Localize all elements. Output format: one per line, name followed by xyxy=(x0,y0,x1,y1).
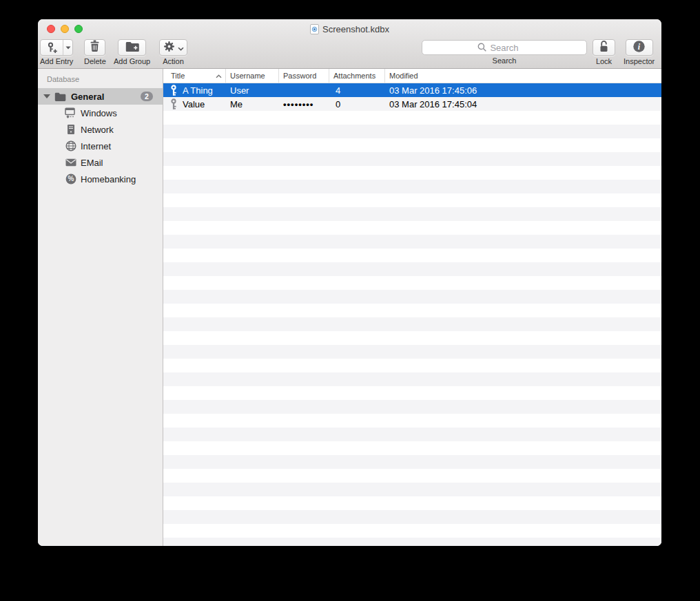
lock-button[interactable] xyxy=(593,39,615,56)
sort-ascending-icon xyxy=(216,72,222,80)
windows-icon xyxy=(65,107,76,118)
gear-icon xyxy=(163,41,175,55)
window-title: Screenshot.kdbx xyxy=(322,24,389,34)
sidebar-root-label: General xyxy=(71,92,104,102)
delete-button[interactable] xyxy=(84,39,105,56)
cell-title: A Thing xyxy=(183,85,213,96)
delete-label: Delete xyxy=(84,57,106,65)
key-icon xyxy=(169,98,178,110)
disclosure-triangle-icon[interactable] xyxy=(43,94,50,98)
table-header: Title Username Password Attachments Modi… xyxy=(163,69,661,83)
svg-text:%: % xyxy=(68,175,74,182)
search-label: Search xyxy=(493,56,517,65)
app-window: Screenshot.kdbx Add Entry Delete xyxy=(38,19,661,546)
key-icon xyxy=(169,85,178,96)
trash-icon xyxy=(90,40,100,55)
add-entry-label: Add Entry xyxy=(40,57,73,65)
homebanking-icon: % xyxy=(65,173,76,184)
add-group-button[interactable] xyxy=(118,39,146,56)
sidebar-item-network[interactable]: Network xyxy=(38,121,163,138)
column-username-label: Username xyxy=(230,72,265,80)
cell-username: User xyxy=(226,85,279,96)
email-icon xyxy=(65,158,76,167)
add-group-label: Add Group xyxy=(114,57,150,65)
inspector-button[interactable]: i xyxy=(626,39,653,56)
cell-title: Value xyxy=(183,99,205,109)
sidebar-section-header: Database xyxy=(47,75,163,83)
document-icon xyxy=(310,24,319,34)
folder-plus-icon xyxy=(125,41,139,54)
lock-label: Lock xyxy=(596,57,612,65)
table-body[interactable]: A Thing User 4 03 Mar 2016 17:45:06 Valu… xyxy=(163,83,661,546)
column-title-label: Title xyxy=(171,72,185,80)
action-label: Action xyxy=(163,57,184,65)
sidebar-group-list: Windows Network Internet EMail % Homeban… xyxy=(38,105,163,187)
lock-tool: Lock xyxy=(593,39,615,65)
add-entry-tool: Add Entry xyxy=(40,39,73,65)
entry-count-badge: 2 xyxy=(141,92,153,101)
inspector-label: Inspector xyxy=(624,57,655,65)
window-chrome: Screenshot.kdbx Add Entry Delete xyxy=(38,19,661,69)
cell-attachments: 4 xyxy=(329,85,385,96)
add-entry-dropdown[interactable] xyxy=(63,40,72,55)
action-button[interactable] xyxy=(159,39,187,56)
sidebar-item-windows[interactable]: Windows xyxy=(38,105,163,121)
sidebar-item-email[interactable]: EMail xyxy=(38,154,163,171)
cell-modified: 03 Mar 2016 17:45:04 xyxy=(385,99,661,109)
toolbar: Add Entry Delete Add Group Action xyxy=(38,39,661,69)
cell-username: Me xyxy=(226,99,279,109)
cell-attachments: 0 xyxy=(329,99,385,109)
column-header-username[interactable]: Username xyxy=(226,69,279,83)
column-header-modified[interactable]: Modified xyxy=(385,69,661,83)
delete-tool: Delete xyxy=(84,39,106,65)
column-header-password[interactable]: Password xyxy=(279,69,329,83)
action-tool: Action xyxy=(159,39,187,65)
inspector-tool: i Inspector xyxy=(624,39,655,65)
column-password-label: Password xyxy=(283,72,316,80)
search-field xyxy=(422,40,587,55)
sidebar: Database General 2 Windows Network Inter… xyxy=(38,69,163,546)
sidebar-item-internet[interactable]: Internet xyxy=(38,138,163,154)
column-header-attachments[interactable]: Attachments xyxy=(329,69,385,83)
table-row[interactable]: Value Me •••••••• 0 03 Mar 2016 17:45:04 xyxy=(163,97,661,111)
sidebar-item-homebanking[interactable]: % Homebanking xyxy=(38,171,163,187)
folder-icon xyxy=(54,92,66,101)
unlocked-padlock-icon xyxy=(599,40,609,55)
network-icon xyxy=(65,124,76,135)
title-area: Screenshot.kdbx xyxy=(38,19,661,39)
search-input[interactable] xyxy=(422,40,587,55)
table-row[interactable]: A Thing User 4 03 Mar 2016 17:45:06 xyxy=(163,83,661,97)
cell-modified: 03 Mar 2016 17:45:06 xyxy=(385,85,661,96)
internet-icon xyxy=(65,140,76,151)
entry-table: Title Username Password Attachments Modi… xyxy=(163,69,661,546)
titlebar[interactable]: Screenshot.kdbx xyxy=(38,19,661,39)
sidebar-item-general[interactable]: General 2 xyxy=(38,88,163,105)
search-tool: Search xyxy=(422,39,587,65)
column-attachments-label: Attachments xyxy=(333,72,375,80)
chevron-down-icon xyxy=(178,41,184,54)
add-group-tool: Add Group xyxy=(114,39,150,65)
column-modified-label: Modified xyxy=(389,72,418,80)
column-header-title[interactable]: Title xyxy=(163,69,226,83)
cell-password: •••••••• xyxy=(279,99,329,109)
content-area: Database General 2 Windows Network Inter… xyxy=(38,69,661,546)
key-plus-icon xyxy=(41,40,63,55)
info-icon: i xyxy=(633,41,645,55)
add-entry-button[interactable] xyxy=(40,39,73,56)
